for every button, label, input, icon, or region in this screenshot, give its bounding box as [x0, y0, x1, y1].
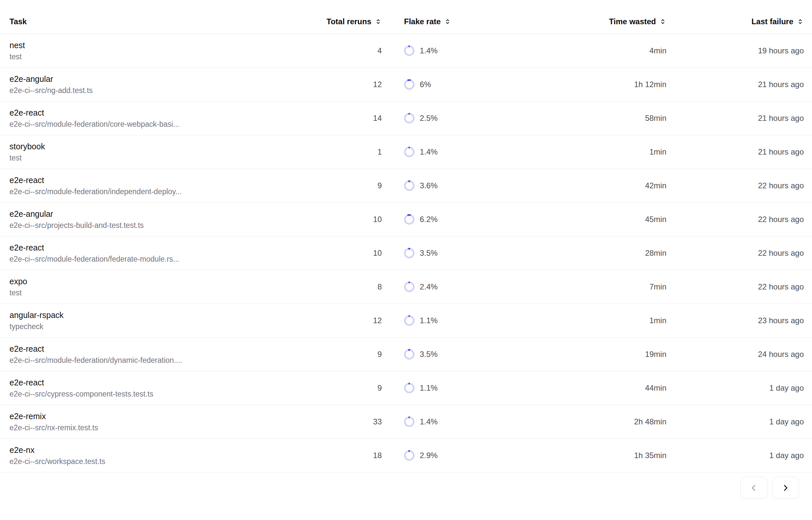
flake-rate-value: 3.6%	[420, 181, 438, 190]
flake-rate-donut-icon	[404, 349, 415, 360]
task-name: storybook	[9, 141, 316, 151]
task-target: e2e-ci--src/nx-remix.test.ts	[9, 423, 316, 432]
table-row[interactable]: e2e-react e2e-ci--src/module-federation/…	[0, 102, 812, 135]
last-failure-value: 22 hours ago	[666, 282, 804, 291]
task-cell: e2e-react e2e-ci--src/module-federation/…	[9, 243, 316, 264]
total-reruns-value: 12	[316, 316, 382, 325]
time-wasted-value: 42min	[585, 181, 666, 190]
time-wasted-value: 1h 35min	[585, 451, 666, 460]
last-failure-value: 22 hours ago	[666, 249, 804, 258]
table-row[interactable]: e2e-react e2e-ci--src/cypress-component-…	[0, 371, 812, 405]
flake-rate-cell: 2.5%	[382, 113, 585, 124]
task-cell: e2e-angular e2e-ci--src/projects-build-a…	[9, 209, 316, 230]
last-failure-value: 21 hours ago	[666, 80, 804, 89]
last-failure-value: 19 hours ago	[666, 46, 804, 55]
table-body: nest test 4 1.4% 4min 19 hours ago e2e-a…	[0, 34, 812, 472]
flake-rate-cell: 1.1%	[382, 315, 585, 326]
flake-rate-value: 1.4%	[420, 417, 438, 426]
column-label-flake-rate: Flake rate	[404, 17, 441, 27]
table-row[interactable]: e2e-remix e2e-ci--src/nx-remix.test.ts 3…	[0, 405, 812, 439]
flake-rate-value: 2.5%	[420, 114, 438, 123]
flake-rate-cell: 6.2%	[382, 214, 585, 225]
column-header-time-wasted[interactable]: Time wasted	[585, 17, 666, 27]
table-row[interactable]: e2e-angular e2e-ci--src/ng-add.test.ts 1…	[0, 68, 812, 102]
table-row[interactable]: nest test 4 1.4% 4min 19 hours ago	[0, 34, 812, 68]
task-cell: e2e-react e2e-ci--src/module-federation/…	[9, 344, 316, 365]
table-row[interactable]: angular-rspack typecheck 12 1.1% 1min 23…	[0, 304, 812, 338]
task-target: test	[9, 153, 316, 162]
task-name: angular-rspack	[9, 310, 316, 320]
task-target: test	[9, 52, 316, 61]
chevron-up-down-icon	[444, 18, 451, 25]
chevron-right-icon	[781, 483, 790, 493]
table-row[interactable]: e2e-react e2e-ci--src/module-federation/…	[0, 169, 812, 203]
flake-rate-cell: 1.4%	[382, 147, 585, 157]
table-row[interactable]: e2e-nx e2e-ci--src/workspace.test.ts 18 …	[0, 439, 812, 472]
total-reruns-value: 1	[316, 147, 382, 157]
flake-rate-cell: 3.6%	[382, 180, 585, 191]
task-cell: e2e-nx e2e-ci--src/workspace.test.ts	[9, 445, 316, 466]
task-name: e2e-angular	[9, 74, 316, 84]
chevron-up-down-icon	[374, 18, 382, 25]
column-label-total-reruns: Total reruns	[327, 17, 371, 27]
task-cell: e2e-react e2e-ci--src/module-federation/…	[9, 175, 316, 196]
flake-rate-donut-icon	[404, 214, 415, 225]
task-target: e2e-ci--src/module-federation/dynamic-fe…	[9, 356, 316, 365]
task-name: e2e-react	[9, 108, 316, 118]
column-label-task: Task	[9, 17, 27, 27]
last-failure-value: 22 hours ago	[666, 181, 804, 190]
task-name: nest	[9, 40, 316, 50]
time-wasted-value: 1min	[585, 316, 666, 325]
time-wasted-value: 4min	[585, 46, 666, 55]
flake-rate-donut-icon	[404, 79, 415, 90]
table-row[interactable]: expo test 8 2.4% 7min 22 hours ago	[0, 270, 812, 304]
task-target: e2e-ci--src/workspace.test.ts	[9, 457, 316, 466]
table-row[interactable]: e2e-react e2e-ci--src/module-federation/…	[0, 338, 812, 371]
flake-rate-donut-icon	[404, 417, 415, 427]
last-failure-value: 24 hours ago	[666, 350, 804, 359]
task-cell: expo test	[9, 276, 316, 297]
flake-rate-value: 1.1%	[420, 384, 438, 393]
task-cell: e2e-react e2e-ci--src/module-federation/…	[9, 108, 316, 129]
task-target: e2e-ci--src/module-federation/core-webpa…	[9, 120, 316, 129]
table-header-row: Task Total reruns Flake rate Time wasted…	[0, 0, 812, 34]
column-header-total-reruns[interactable]: Total reruns	[316, 17, 382, 27]
chevron-left-icon	[749, 483, 759, 493]
task-cell: storybook test	[9, 141, 316, 162]
table-row[interactable]: storybook test 1 1.4% 1min 21 hours ago	[0, 135, 812, 169]
task-cell: e2e-remix e2e-ci--src/nx-remix.test.ts	[9, 411, 316, 432]
next-page-button[interactable]	[772, 477, 799, 499]
last-failure-value: 23 hours ago	[666, 316, 804, 325]
flake-rate-value: 3.5%	[420, 350, 438, 359]
task-name: e2e-react	[9, 175, 316, 185]
flake-rate-cell: 3.5%	[382, 349, 585, 360]
total-reruns-value: 4	[316, 46, 382, 55]
table-row[interactable]: e2e-angular e2e-ci--src/projects-build-a…	[0, 203, 812, 236]
flake-rate-donut-icon	[404, 113, 415, 124]
flake-rate-donut-icon	[404, 383, 415, 393]
column-header-flake-rate[interactable]: Flake rate	[382, 17, 585, 27]
chevron-up-down-icon	[659, 18, 666, 25]
last-failure-value: 1 day ago	[666, 384, 804, 393]
task-target: test	[9, 288, 316, 297]
task-name: e2e-nx	[9, 445, 316, 455]
flake-rate-donut-icon	[404, 180, 415, 191]
flake-rate-cell: 1.1%	[382, 383, 585, 393]
flake-rate-donut-icon	[404, 315, 415, 326]
time-wasted-value: 58min	[585, 114, 666, 123]
time-wasted-value: 45min	[585, 215, 666, 224]
last-failure-value: 21 hours ago	[666, 147, 804, 157]
flake-rate-value: 1.4%	[420, 46, 438, 55]
column-header-last-failure[interactable]: Last failure	[666, 17, 804, 27]
last-failure-value: 1 day ago	[666, 451, 804, 460]
prev-page-button[interactable]	[740, 477, 767, 499]
total-reruns-value: 9	[316, 384, 382, 393]
time-wasted-value: 1h 12min	[585, 80, 666, 89]
task-name: e2e-remix	[9, 411, 316, 421]
task-cell: nest test	[9, 40, 316, 61]
column-label-time-wasted: Time wasted	[609, 17, 656, 27]
table-row[interactable]: e2e-react e2e-ci--src/module-federation/…	[0, 236, 812, 270]
flake-rate-value: 2.4%	[420, 282, 438, 291]
total-reruns-value: 10	[316, 215, 382, 224]
flake-rate-cell: 6%	[382, 79, 585, 90]
